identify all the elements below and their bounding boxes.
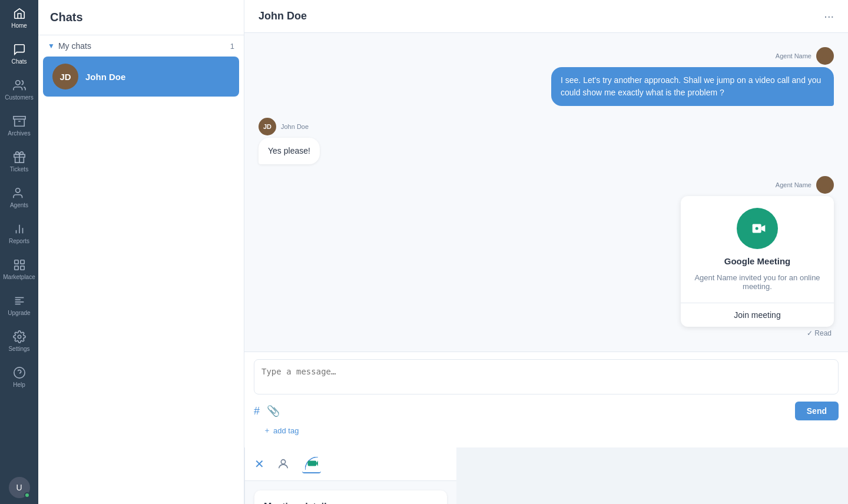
sidebar-item-agents[interactable]: Agents bbox=[0, 180, 38, 215]
sidebar-item-settings[interactable]: Settings bbox=[0, 323, 38, 359]
google-meet-icon bbox=[737, 208, 778, 249]
agent-name-label: Agent Name bbox=[776, 52, 811, 59]
user-profile-tab[interactable] bbox=[274, 455, 293, 473]
message-row-meeting: Agent Name bbox=[259, 176, 834, 337]
sidebar-item-tickets[interactable]: Tickets bbox=[0, 144, 38, 180]
chat-header: John Doe ··· bbox=[244, 0, 848, 33]
add-tag-plus: ＋ bbox=[263, 425, 271, 436]
svg-point-25 bbox=[281, 460, 285, 464]
close-panel-icon[interactable]: ✕ bbox=[254, 457, 264, 471]
sidebar-item-customers-label: Customers bbox=[5, 94, 33, 101]
meeting-details-title: Meeting details bbox=[264, 502, 332, 505]
svg-point-15 bbox=[18, 335, 21, 339]
sidebar-item-chats-label: Chats bbox=[11, 58, 26, 65]
chevron-icon: ▼ bbox=[48, 42, 55, 50]
message-meta-customer: JD John Doe bbox=[259, 118, 309, 135]
my-chats-left: ▼ My chats bbox=[48, 41, 91, 51]
svg-rect-1 bbox=[13, 117, 25, 120]
chat-main: John Doe ··· Agent Name I see. Let's try… bbox=[244, 0, 848, 447]
read-status: ✓ Read bbox=[807, 329, 834, 337]
sidebar-item-upgrade-label: Upgrade bbox=[8, 310, 30, 316]
chat-header-name: John Doe bbox=[259, 10, 307, 22]
agent-avatar-small bbox=[816, 47, 834, 65]
right-panel-tabs: ✕ bbox=[245, 447, 456, 481]
chats-panel: Chats ▼ My chats 1 JD John Doe bbox=[38, 0, 244, 504]
svg-rect-28 bbox=[308, 460, 317, 466]
right-panel: ✕ Meeting details ··· bbox=[244, 447, 456, 504]
svg-point-18 bbox=[823, 51, 827, 56]
my-chats-label: My chats bbox=[58, 41, 91, 51]
video-tab[interactable] bbox=[302, 455, 321, 473]
customer-name-label: John Doe bbox=[281, 123, 309, 130]
chat-avatar-jd: JD bbox=[52, 64, 78, 89]
svg-rect-10 bbox=[20, 266, 24, 270]
svg-point-16 bbox=[14, 367, 24, 378]
chat-item-name: John Doe bbox=[85, 72, 125, 82]
sidebar-item-chats[interactable]: Chats bbox=[0, 36, 38, 72]
svg-rect-8 bbox=[20, 260, 24, 264]
sidebar-item-upgrade[interactable]: Upgrade bbox=[0, 287, 38, 323]
agent-avatar-meeting bbox=[816, 176, 834, 194]
sidebar-item-tickets-label: Tickets bbox=[10, 166, 28, 173]
sidebar-item-agents-label: Agents bbox=[10, 202, 28, 208]
sidebar-item-reports-label: Reports bbox=[9, 238, 29, 244]
svg-rect-7 bbox=[14, 260, 18, 264]
svg-point-0 bbox=[15, 81, 19, 85]
user-avatar[interactable]: U bbox=[9, 477, 30, 498]
sidebar-item-customers[interactable]: Customers bbox=[0, 72, 38, 108]
my-chats-count: 1 bbox=[230, 42, 234, 51]
sidebar-item-marketplace[interactable]: Marketplace bbox=[0, 251, 38, 287]
sidebar: Home Chats Customers Archives bbox=[0, 0, 38, 504]
agent-bubble-1: I see. Let's try another approach. Shall… bbox=[551, 67, 834, 106]
meeting-more-dots[interactable]: ··· bbox=[428, 500, 438, 504]
meeting-desc: Agent Name invited you for an online mee… bbox=[693, 273, 822, 291]
sidebar-item-marketplace-label: Marketplace bbox=[3, 274, 35, 280]
hashtag-icon[interactable]: # bbox=[254, 405, 260, 417]
send-button[interactable]: Send bbox=[795, 402, 839, 420]
sidebar-item-archives-label: Archives bbox=[8, 130, 30, 137]
add-tag-label: add tag bbox=[273, 426, 299, 435]
meeting-card: Google Meeting Agent Name invited you fo… bbox=[681, 196, 834, 327]
join-meeting-card-btn[interactable]: Join meeting bbox=[681, 303, 834, 327]
svg-point-21 bbox=[756, 227, 758, 230]
chat-messages: Agent Name I see. Let's try another appr… bbox=[244, 33, 848, 352]
svg-rect-9 bbox=[14, 266, 18, 270]
my-chats-header[interactable]: ▼ My chats 1 bbox=[38, 35, 244, 57]
meeting-message-meta: Agent Name bbox=[776, 176, 834, 194]
sidebar-item-archives[interactable]: Archives bbox=[0, 108, 38, 144]
message-input[interactable] bbox=[254, 359, 839, 394]
chat-input-icons: # 📎 bbox=[254, 404, 280, 417]
chat-more-icon[interactable]: ··· bbox=[824, 9, 834, 23]
chats-panel-title: Chats bbox=[50, 11, 83, 24]
meeting-details-card: Meeting details ··· 🕐 3:42 pm lo 💬 LiveC… bbox=[254, 490, 447, 504]
svg-point-19 bbox=[823, 180, 827, 185]
meeting-details-header: Meeting details ··· bbox=[254, 490, 447, 504]
sidebar-item-home[interactable]: Home bbox=[0, 0, 38, 36]
meeting-card-body: Google Meeting Agent Name invited you fo… bbox=[681, 196, 834, 303]
message-row-agent-1: Agent Name I see. Let's try another appr… bbox=[259, 47, 834, 106]
chats-panel-header: Chats bbox=[38, 0, 244, 35]
sidebar-item-help-label: Help bbox=[13, 382, 25, 388]
chat-input-toolbar: # 📎 Send bbox=[254, 402, 839, 420]
customer-avatar-small: JD bbox=[259, 118, 276, 135]
sidebar-item-help[interactable]: Help bbox=[0, 359, 38, 395]
customer-bubble-1: Yes please! bbox=[259, 138, 320, 164]
meeting-title: Google Meeting bbox=[724, 256, 791, 266]
agent-name-meeting: Agent Name bbox=[776, 181, 811, 188]
add-tag[interactable]: ＋ add tag bbox=[254, 420, 839, 440]
message-meta-agent: Agent Name bbox=[776, 47, 834, 65]
online-indicator bbox=[24, 492, 30, 498]
attachment-icon[interactable]: 📎 bbox=[267, 404, 280, 417]
sidebar-item-home-label: Home bbox=[11, 22, 27, 29]
svg-point-3 bbox=[15, 188, 19, 193]
sidebar-item-settings-label: Settings bbox=[8, 346, 29, 352]
message-row-customer-1: JD John Doe Yes please! bbox=[259, 118, 834, 164]
chat-list-item-john-doe[interactable]: JD John Doe bbox=[43, 57, 239, 97]
sidebar-item-reports[interactable]: Reports bbox=[0, 215, 38, 251]
chat-main-wrapper: John Doe ··· Agent Name I see. Let's try… bbox=[244, 0, 848, 504]
chat-input-area: # 📎 Send ＋ add tag bbox=[244, 352, 848, 447]
